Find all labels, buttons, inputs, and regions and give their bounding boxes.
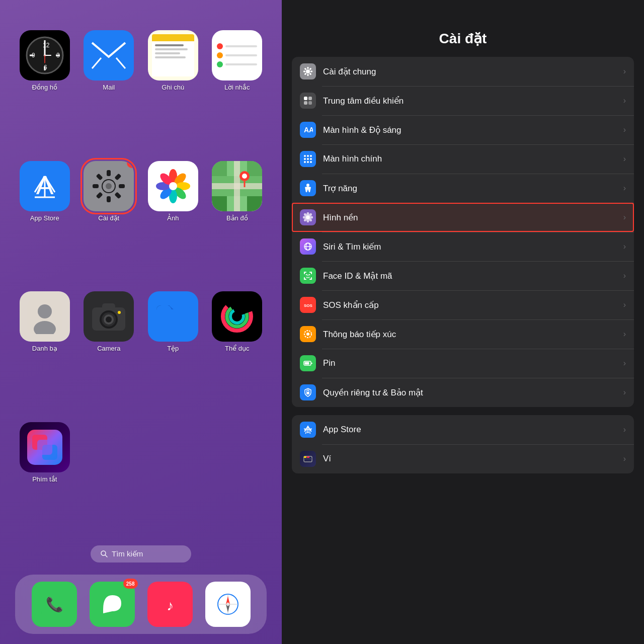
siri-icon	[300, 238, 316, 255]
svg-rect-128	[304, 272, 305, 274]
svg-point-111	[306, 184, 309, 187]
app-contacts-label: Danh bạ	[32, 345, 57, 352]
privacy-label: Quyền riêng tư & Bảo mật	[323, 387, 623, 398]
sos-label: SOS khẩn cấp	[323, 300, 623, 310]
svg-point-137	[306, 333, 309, 336]
svg-point-33	[106, 183, 112, 189]
contact-chevron: ›	[623, 330, 626, 339]
settings-item-battery[interactable]: Pin ›	[292, 349, 634, 378]
svg-text:9: 9	[32, 52, 35, 59]
svg-rect-73	[37, 440, 52, 455]
svg-point-103	[307, 155, 309, 157]
svg-point-119	[303, 216, 306, 219]
search-bar[interactable]: Tìm kiếm	[91, 545, 191, 562]
settings-item-control[interactable]: Trung tâm điều khiển ›	[292, 86, 634, 115]
search-icon	[101, 550, 108, 557]
app-appstore[interactable]: A App Store	[15, 161, 74, 280]
settings-group-2: App Store › Ví ›	[292, 415, 634, 473]
svg-rect-48	[212, 183, 262, 189]
settings-item-display[interactable]: AA Màn hình & Độ sáng ›	[292, 115, 634, 144]
settings-group-1: Cài đặt chung › Trung tâm điều khiển ›	[292, 57, 634, 407]
svg-rect-24	[107, 170, 111, 176]
battery-icon	[300, 355, 316, 371]
svg-rect-131	[311, 277, 312, 280]
accessibility-label: Trợ năng	[323, 183, 623, 194]
contact-label: Thông báo tiếp xúc	[323, 329, 623, 340]
app-camera[interactable]: Camera	[79, 291, 139, 410]
siri-label: Siri & Tìm kiếm	[323, 242, 623, 252]
phone-icon: 📞	[41, 591, 67, 617]
svg-point-50	[242, 174, 247, 179]
svg-point-62	[118, 311, 121, 314]
app-camera-label: Camera	[97, 345, 120, 352]
app-contacts[interactable]: Danh bạ	[15, 291, 74, 410]
settings-header: Cài đặt	[282, 0, 644, 57]
app-shortcuts[interactable]: Phím tắt	[15, 422, 74, 541]
privacy-chevron: ›	[623, 388, 626, 397]
battery-chevron: ›	[623, 359, 626, 368]
svg-point-53	[38, 304, 52, 318]
faceid-label: Face ID & Mật mã	[323, 271, 623, 281]
settings-item-accessibility[interactable]: Trợ năng ›	[292, 174, 634, 203]
svg-point-107	[310, 158, 312, 160]
app-clock[interactable]: 12 6 9 3 Đồng hồ	[15, 30, 74, 149]
app-notes[interactable]: Ghi chú	[143, 30, 203, 149]
sos-icon: SOS	[300, 297, 316, 313]
svg-point-102	[304, 155, 306, 157]
svg-rect-148	[307, 456, 309, 458]
svg-point-104	[310, 155, 312, 157]
settings-item-wallet[interactable]: Ví ›	[292, 444, 634, 473]
svg-rect-130	[304, 277, 305, 280]
dock-safari[interactable]	[205, 582, 251, 627]
settings-item-faceid[interactable]: Face ID & Mật mã ›	[292, 261, 634, 290]
app-clock-label: Đồng hồ	[32, 84, 57, 91]
settings-item-contact[interactable]: Thông báo tiếp xúc ›	[292, 319, 634, 349]
app-settings[interactable]: 1	[79, 161, 139, 280]
siri-chevron: ›	[623, 242, 626, 251]
app-notes-label: Ghi chú	[162, 84, 184, 91]
contact-icon	[300, 326, 316, 342]
app-mail[interactable]: Mail	[79, 30, 139, 149]
settings-item-general[interactable]: Cài đặt chung ›	[292, 57, 634, 86]
dock-phone[interactable]: 📞	[32, 582, 77, 627]
svg-text:3: 3	[56, 52, 60, 59]
faceid-icon	[300, 268, 316, 284]
app-appstore-label: App Store	[30, 214, 59, 222]
sos-chevron: ›	[623, 300, 626, 309]
dock-messages[interactable]: 258	[90, 582, 135, 627]
settings-item-privacy[interactable]: Quyền riêng tư & Bảo mật ›	[292, 378, 634, 407]
app-reminders[interactable]: Lời nhắc	[208, 30, 267, 149]
svg-point-110	[310, 161, 312, 163]
settings-panel: Cài đặt Cài đặt chung ›	[282, 0, 644, 644]
app-reminders-label: Lời nhắc	[224, 84, 250, 91]
svg-point-105	[304, 158, 306, 160]
app-mail-label: Mail	[103, 84, 115, 91]
svg-point-61	[106, 316, 112, 323]
app-fitness[interactable]: Thể dục	[208, 291, 267, 410]
wallet-label: Ví	[323, 454, 623, 464]
svg-line-75	[105, 555, 107, 557]
safari-icon	[215, 591, 241, 617]
dock-music[interactable]: ♪	[147, 582, 193, 627]
svg-point-117	[307, 219, 309, 223]
svg-text:AA: AA	[304, 126, 313, 134]
svg-rect-95	[303, 71, 305, 72]
app-files[interactable]: Tệp	[143, 291, 203, 410]
svg-rect-97	[304, 97, 307, 100]
app-grid: 12 6 9 3 Đồng hồ	[15, 20, 267, 540]
settings-item-appstore[interactable]: App Store ›	[292, 415, 634, 444]
app-maps[interactable]: Bản đồ	[208, 161, 267, 280]
control-icon	[300, 93, 316, 109]
settings-item-homescreen[interactable]: Màn hình chính ›	[292, 144, 634, 174]
app-photos-label: Ảnh	[167, 214, 179, 222]
search-placeholder: Tìm kiếm	[112, 549, 143, 558]
app-fitness-label: Thể dục	[225, 345, 250, 352]
app-photos[interactable]: Ảnh	[143, 161, 203, 280]
messages-badge: 258	[123, 579, 138, 589]
settings-item-wallpaper[interactable]: Hình nền ›	[292, 203, 634, 232]
svg-point-115	[310, 216, 313, 219]
settings-item-siri[interactable]: Siri & Tìm kiếm ›	[292, 232, 634, 261]
control-chevron: ›	[623, 96, 626, 105]
settings-item-sos[interactable]: SOS SOS khẩn cấp ›	[292, 290, 634, 319]
svg-text:12: 12	[43, 42, 50, 49]
